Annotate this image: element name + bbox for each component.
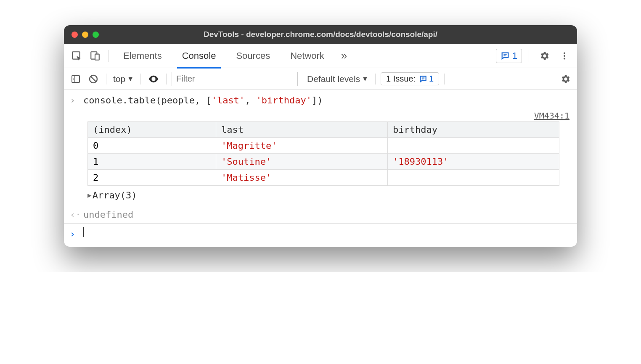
settings-gear-icon[interactable] [536, 47, 553, 64]
table-cell-value: '18930113' [388, 154, 559, 170]
table-header[interactable]: last [216, 122, 388, 138]
log-levels-dropdown[interactable]: Default levels ▼ [305, 74, 370, 84]
clear-console-icon[interactable] [86, 71, 101, 87]
console-output: › console.table(people, ['last', 'birthd… [64, 90, 577, 247]
divider [140, 74, 141, 84]
table-cell-value [388, 170, 559, 186]
traffic-lights [72, 32, 99, 38]
tab-elements[interactable]: Elements [114, 44, 171, 68]
table-cell-index: 1 [88, 154, 216, 170]
titlebar: DevTools - developer.chrome.com/docs/dev… [64, 25, 577, 44]
close-window-button[interactable] [72, 32, 78, 38]
return-chevron-icon: ‹· [70, 208, 78, 222]
divider [106, 74, 106, 84]
table-row[interactable]: 2 'Matisse' [88, 170, 559, 186]
console-prompt-line[interactable]: › [64, 224, 577, 247]
prompt-chevron-icon: › [70, 227, 78, 241]
issues-chat-badge[interactable]: 1 [496, 49, 522, 63]
tab-sources[interactable]: Sources [227, 44, 279, 68]
disclosure-triangle-icon: ▶ [87, 191, 92, 199]
table-header[interactable]: birthday [388, 122, 559, 138]
issues-chat-count: 1 [512, 50, 517, 61]
table-cell-value: 'Soutine' [216, 154, 388, 170]
divider [444, 74, 445, 84]
devtools-window: DevTools - developer.chrome.com/docs/dev… [64, 25, 577, 247]
table-header[interactable]: (index) [88, 122, 216, 138]
console-toolbar: top ▼ Default levels ▼ 1 Issue: 1 [64, 68, 577, 90]
text-caret [83, 227, 84, 237]
vm-source-link[interactable]: VM434:1 [64, 109, 577, 121]
inspect-element-icon[interactable] [68, 47, 85, 64]
svg-rect-2 [95, 54, 99, 60]
issues-button[interactable]: 1 Issue: 1 [381, 72, 439, 85]
output-table: (index) last birthday 0 'Magritte' 1 'So… [87, 121, 559, 186]
svg-point-4 [564, 55, 565, 56]
divider [166, 74, 167, 84]
issues-count: 1 [429, 74, 434, 84]
zoom-window-button[interactable] [93, 32, 99, 38]
array-summary-text: Array(3) [93, 190, 137, 200]
console-input-text: console.table(people, ['last', 'birthday… [83, 93, 323, 107]
filter-input[interactable] [172, 72, 298, 86]
divider [375, 74, 376, 84]
minimize-window-button[interactable] [82, 32, 88, 38]
console-table-output: (index) last birthday 0 'Magritte' 1 'So… [64, 121, 577, 188]
tab-console[interactable]: Console [173, 44, 225, 68]
console-return-line: ‹· undefined [64, 204, 577, 223]
divider [529, 50, 529, 62]
sidebar-toggle-icon[interactable] [68, 71, 83, 87]
svg-point-5 [564, 58, 565, 59]
execution-context-label: top [113, 74, 125, 84]
tab-network[interactable]: Network [281, 44, 334, 68]
dropdown-caret-icon: ▼ [362, 75, 368, 83]
execution-context-dropdown[interactable]: top ▼ [111, 74, 135, 84]
table-cell-index: 2 [88, 170, 216, 186]
table-row[interactable]: 0 'Magritte' [88, 138, 559, 154]
live-expression-eye-icon[interactable] [146, 71, 161, 87]
array-summary[interactable]: ▶ Array(3) [64, 188, 577, 204]
device-toolbar-icon[interactable] [87, 47, 103, 64]
input-chevron-icon: › [70, 93, 78, 107]
log-levels-label: Default levels [307, 74, 360, 84]
console-input-line[interactable]: › console.table(people, ['last', 'birthd… [64, 90, 577, 109]
divider [109, 50, 109, 62]
table-cell-value: 'Matisse' [216, 170, 388, 186]
more-options-icon[interactable] [556, 47, 573, 64]
return-value: undefined [83, 208, 133, 222]
console-settings-gear-icon[interactable] [558, 71, 573, 87]
table-cell-value: 'Magritte' [216, 138, 388, 154]
table-row[interactable]: 1 'Soutine' '18930113' [88, 154, 559, 170]
svg-point-3 [564, 52, 565, 54]
issues-prefix: 1 Issue: [386, 74, 416, 84]
dropdown-caret-icon: ▼ [127, 75, 134, 83]
window-title: DevTools - developer.chrome.com/docs/dev… [64, 30, 577, 39]
table-cell-index: 0 [88, 138, 216, 154]
tabs-row: Elements Console Sources Network » 1 [64, 44, 577, 68]
table-cell-value [388, 138, 559, 154]
tabs-overflow-icon[interactable]: » [335, 49, 353, 62]
